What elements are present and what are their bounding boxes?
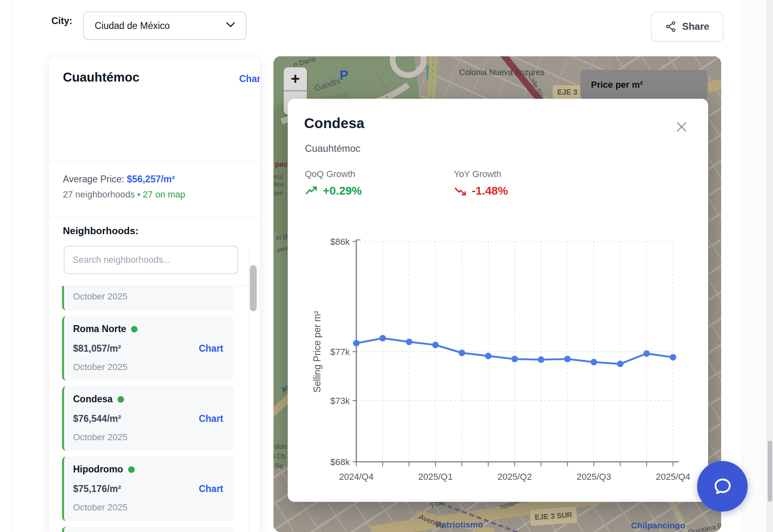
status-dot-icon	[128, 466, 135, 473]
neighborhood-sidebar: Cuauhtémoc Chart Average Price: $56,257/…	[49, 57, 260, 532]
list-item-truncated[interactable]: October 2025	[62, 286, 234, 310]
average-price-value: $56,257/m²	[127, 174, 175, 184]
search-input[interactable]	[64, 246, 238, 274]
trending-up-icon	[305, 186, 319, 196]
yoy-growth-label: YoY Growth	[454, 169, 501, 180]
list-item[interactable]: Cuauhtemoc $72,135/m² Chart October 2025	[62, 527, 234, 532]
svg-text:2025/Q2: 2025/Q2	[498, 472, 532, 482]
list-item-date: October 2025	[73, 502, 127, 513]
neighborhood-list: October 2025 Roma Norte $81,057/m² Chart…	[62, 286, 234, 532]
sidebar-title: Cuauhtémoc	[63, 70, 140, 85]
svg-text:$77k: $77k	[330, 347, 350, 357]
list-item[interactable]: Roma Norte $81,057/m² Chart October 2025	[62, 316, 234, 381]
trending-down-icon	[454, 186, 468, 196]
chevron-down-icon	[226, 22, 235, 29]
qoq-growth-label: QoQ Growth	[305, 169, 355, 180]
page-scrollbar-thumb[interactable]	[768, 441, 772, 502]
neighborhood-price: $76,544/m²	[73, 413, 121, 424]
city-select-value: Ciudad de México	[95, 20, 170, 31]
svg-text:Selling Price per m²: Selling Price per m²	[312, 310, 322, 392]
bullet-separator: •	[137, 189, 140, 200]
svg-text:2025/Q3: 2025/Q3	[577, 472, 611, 482]
svg-text:2025/Q4: 2025/Q4	[656, 472, 690, 482]
yoy-growth-value: -1.48%	[454, 184, 508, 197]
neighborhood-name: Hipodromo	[73, 464, 123, 475]
map-canvas[interactable]: Colonia Nueva Anzures Gandhi n Darío Cal…	[273, 56, 721, 532]
svg-text:$73k: $73k	[330, 396, 350, 406]
city-label: City:	[51, 16, 72, 27]
modal-subtitle: Cuauhtémoc	[305, 143, 360, 154]
item-chart-link[interactable]: Chart	[199, 343, 223, 354]
neighborhood-name: Roma Norte	[73, 324, 126, 335]
neighborhood-count: 27 neighborhoods	[63, 189, 135, 200]
list-item-date: October 2025	[73, 291, 127, 302]
svg-text:2025/Q1: 2025/Q1	[418, 472, 453, 482]
neighborhood-counts: 27 neighborhoods•27 on map	[63, 189, 185, 200]
price-chart-modal: Condesa Cuauhtémoc QoQ Growth +0.29% YoY…	[288, 99, 708, 502]
city-select[interactable]: Ciudad de México	[83, 11, 247, 40]
list-item-date: October 2025	[73, 432, 127, 443]
share-button[interactable]: Share	[651, 11, 724, 42]
svg-text:$86k: $86k	[330, 237, 350, 247]
average-price-label: Average Price:	[63, 174, 124, 184]
list-scrollbar-thumb[interactable]	[250, 265, 257, 311]
share-icon	[665, 21, 677, 32]
page-left-border	[12, 0, 13, 532]
neighborhood-price: $75,176/m²	[73, 483, 121, 494]
sidebar-chart-link[interactable]: Chart	[239, 73, 260, 84]
chat-bubble-icon	[710, 474, 735, 499]
svg-text:2024/Q4: 2024/Q4	[339, 472, 373, 482]
divider	[49, 161, 260, 162]
list-item[interactable]: Condesa $76,544/m² Chart October 2025	[62, 386, 234, 451]
list-item[interactable]: Hipodromo $75,176/m² Chart October 2025	[62, 457, 234, 521]
neighborhood-price: $81,057/m²	[73, 343, 121, 354]
share-label: Share	[682, 21, 709, 32]
neighborhood-name: Condesa	[73, 394, 113, 405]
list-item-date: October 2025	[73, 362, 127, 372]
status-dot-icon	[131, 326, 138, 332]
item-chart-link[interactable]: Chart	[199, 483, 223, 494]
neighborhoods-heading: Neighborhoods:	[63, 225, 138, 237]
chat-button[interactable]	[697, 461, 748, 512]
qoq-growth-value: +0.29%	[305, 184, 362, 197]
divider	[49, 218, 260, 218]
modal-close-icon[interactable]	[675, 120, 689, 134]
modal-title: Condesa	[304, 115, 364, 131]
status-dot-icon	[118, 396, 124, 403]
on-map-count: 27 on map	[143, 189, 185, 200]
average-price-line: Average Price: $56,257/m²	[63, 174, 175, 185]
price-history-chart: $86k$77k$73k$68k2024/Q42025/Q12025/Q2202…	[312, 221, 696, 490]
svg-text:$68k: $68k	[330, 457, 350, 467]
item-chart-link[interactable]: Chart	[199, 413, 223, 424]
list-scrollbar-rail	[248, 249, 249, 532]
